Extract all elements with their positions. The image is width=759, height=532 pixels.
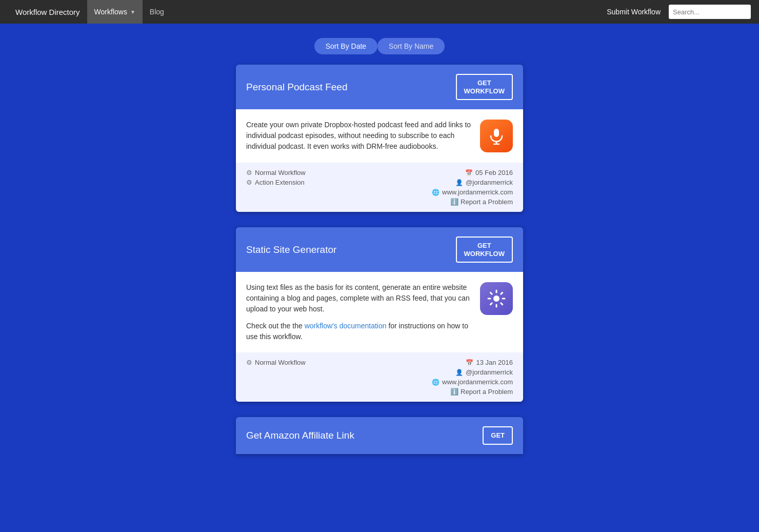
- cards-container: Personal Podcast Feed GETWORKFLOW Create…: [236, 65, 523, 475]
- sort-by-date-button[interactable]: Sort By Date: [314, 38, 377, 54]
- website-link-1[interactable]: www.jordanmerrick.com: [442, 188, 513, 196]
- card-description-extra-2: Check out the the workflow's documentati…: [246, 321, 472, 342]
- gear-icon-3: ⚙: [246, 359, 252, 366]
- gear-icon-1: ⚙: [246, 169, 252, 176]
- card-title-3: Get Amazon Affiliate Link: [246, 430, 354, 441]
- get-workflow-button-2[interactable]: GETWORKFLOW: [456, 237, 513, 263]
- globe-icon-2: 🌐: [432, 379, 440, 386]
- svg-point-3: [493, 295, 500, 302]
- card-description-2: Using text files as the basis for its co…: [246, 282, 472, 342]
- author-value-1: @jordanmerrick: [466, 179, 513, 186]
- card-title-1: Personal Podcast Feed: [246, 82, 348, 93]
- tag-label-normal-1: Normal Workflow: [255, 169, 306, 176]
- navbar-right: Submit Workflow: [607, 5, 751, 19]
- author-meta-2: 👤 @jordanmerrick: [455, 368, 513, 376]
- card-footer-1: ⚙ Normal Workflow ⚙ Action Extension 📅 0…: [236, 163, 523, 212]
- info-icon-2: ℹ️: [450, 388, 458, 396]
- tag-normal-workflow-2: ⚙ Normal Workflow: [246, 359, 306, 366]
- card-personal-podcast-feed: Personal Podcast Feed GETWORKFLOW Create…: [236, 65, 523, 212]
- website-meta-2: 🌐 www.jordanmerrick.com: [432, 378, 513, 386]
- tag-action-extension-1: ⚙ Action Extension: [246, 179, 306, 186]
- card-description-text-2: Using text files as the basis for its co…: [246, 282, 472, 314]
- card-footer-right-2: 📅 13 Jan 2016 👤 @jordanmerrick 🌐 www.jor…: [432, 359, 513, 396]
- report-link-1[interactable]: ℹ️ Report a Problem: [450, 198, 513, 206]
- info-icon-1: ℹ️: [450, 198, 458, 206]
- desc-extra-before: Check out the the: [246, 322, 305, 330]
- globe-icon-1: 🌐: [432, 189, 440, 196]
- card-header-3: Get Amazon Affiliate Link GET: [236, 417, 523, 454]
- dropdown-arrow-icon: ▼: [130, 9, 135, 15]
- calendar-icon-1: 📅: [465, 169, 473, 176]
- card-header-1: Personal Podcast Feed GETWORKFLOW: [236, 65, 523, 109]
- navbar: Workflow Directory Workflows ▼ Blog Subm…: [0, 0, 759, 24]
- card-footer-right-1: 📅 05 Feb 2016 👤 @jordanmerrick 🌐 www.jor…: [432, 169, 513, 206]
- navbar-workflows[interactable]: Workflows ▼: [87, 0, 143, 24]
- navbar-blog[interactable]: Blog: [143, 0, 171, 24]
- report-link-2[interactable]: ℹ️ Report a Problem: [450, 388, 513, 396]
- website-link-2[interactable]: www.jordanmerrick.com: [442, 378, 513, 386]
- card-title-2: Static Site Generator: [246, 244, 336, 255]
- card-static-site-generator: Static Site Generator GETWORKFLOW Using …: [236, 227, 523, 402]
- navbar-brand[interactable]: Workflow Directory: [8, 0, 87, 24]
- workflows-label: Workflows: [94, 8, 127, 16]
- person-icon-1: 👤: [455, 179, 463, 186]
- get-workflow-button-3[interactable]: GET: [483, 426, 513, 445]
- person-icon-2: 👤: [455, 369, 463, 376]
- search-input[interactable]: [669, 5, 751, 19]
- gear-icon-svg: [487, 289, 506, 308]
- mic-icon: [488, 127, 505, 145]
- sort-by-name-button[interactable]: Sort By Name: [377, 38, 445, 54]
- card-body-2: Using text files as the basis for its co…: [236, 272, 523, 352]
- get-workflow-button-1[interactable]: GETWORKFLOW: [456, 74, 513, 100]
- calendar-icon-2: 📅: [466, 359, 473, 366]
- card-amazon-affiliate-link: Get Amazon Affiliate Link GET: [236, 417, 523, 454]
- card-body-1: Create your own private Dropbox-hosted p…: [236, 109, 523, 163]
- website-meta-1: 🌐 www.jordanmerrick.com: [432, 188, 513, 196]
- card-footer-left-1: ⚙ Normal Workflow ⚙ Action Extension: [246, 169, 306, 186]
- card-icon-1: [480, 120, 513, 152]
- date-meta-1: 📅 05 Feb 2016: [465, 169, 513, 176]
- card-footer-left-2: ⚙ Normal Workflow: [246, 359, 306, 366]
- card-description-1: Create your own private Dropbox-hosted p…: [246, 120, 472, 152]
- tag-label-normal-2: Normal Workflow: [255, 359, 306, 366]
- svg-rect-0: [494, 129, 499, 137]
- gear-icon-2: ⚙: [246, 179, 252, 186]
- author-meta-1: 👤 @jordanmerrick: [455, 179, 513, 186]
- sort-bar: Sort By Date Sort By Name: [0, 24, 759, 65]
- tag-normal-workflow-1: ⚙ Normal Workflow: [246, 169, 306, 176]
- date-value-1: 05 Feb 2016: [475, 169, 513, 176]
- tag-label-action-1: Action Extension: [255, 179, 305, 186]
- workflow-docs-link[interactable]: workflow's documentation: [305, 322, 387, 330]
- card-header-2: Static Site Generator GETWORKFLOW: [236, 227, 523, 272]
- submit-workflow-link[interactable]: Submit Workflow: [607, 8, 661, 16]
- date-value-2: 13 Jan 2016: [476, 359, 513, 366]
- blog-label: Blog: [150, 8, 164, 16]
- author-value-2: @jordanmerrick: [466, 368, 513, 376]
- card-footer-2: ⚙ Normal Workflow 📅 13 Jan 2016 👤 @jorda…: [236, 352, 523, 402]
- date-meta-2: 📅 13 Jan 2016: [466, 359, 513, 366]
- card-icon-2: [480, 282, 513, 315]
